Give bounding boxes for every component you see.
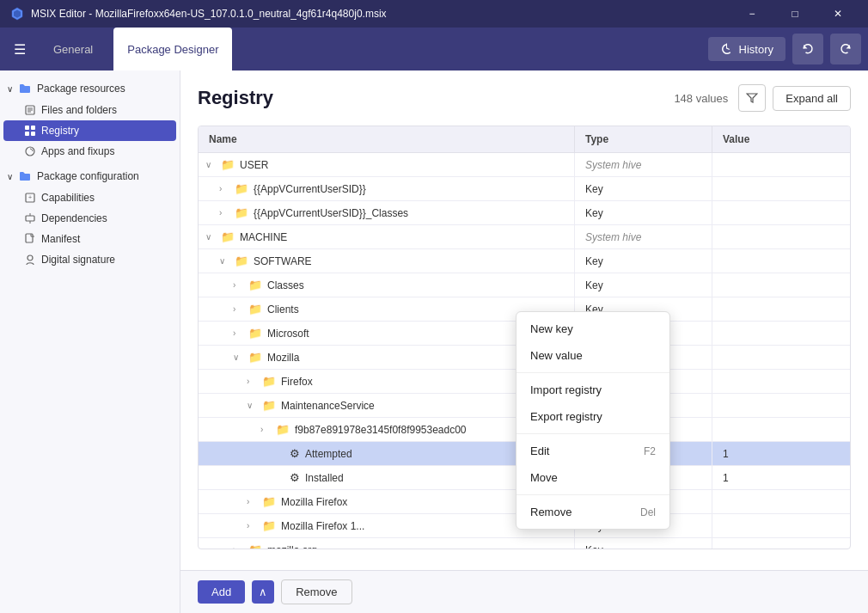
row-chevron: › bbox=[233, 545, 243, 549]
context-menu-divider bbox=[517, 372, 669, 373]
main-layout: ∨ Package resources Files and folders bbox=[0, 70, 868, 613]
table-row[interactable]: › 📁 {{AppVCurrentUserSID}} Key bbox=[199, 177, 850, 201]
tab-package-designer[interactable]: Package Designer bbox=[113, 28, 232, 70]
context-menu-shortcut: Del bbox=[640, 506, 656, 518]
sidebar-section-resources: ∨ Package resources Files and folders bbox=[0, 77, 180, 162]
row-chevron: › bbox=[247, 521, 257, 530]
svg-rect-8 bbox=[25, 132, 29, 136]
svg-rect-9 bbox=[31, 132, 35, 136]
maximize-button[interactable]: □ bbox=[775, 0, 815, 28]
chevron-down-icon-config: ∨ bbox=[7, 172, 13, 181]
context-menu-label: Move bbox=[530, 471, 558, 484]
undo-button[interactable] bbox=[792, 34, 823, 64]
row-folder-icon: 📁 bbox=[235, 254, 248, 267]
sidebar-item-apps-fixups[interactable]: Apps and fixups bbox=[0, 141, 180, 162]
app-icon bbox=[10, 7, 24, 21]
package-icon bbox=[18, 169, 32, 183]
manifest-icon bbox=[24, 233, 36, 245]
context-menu: New keyNew valueImport registryExport re… bbox=[516, 311, 670, 530]
titlebar: MSIX Editor - MozillaFirefoxx64en-US_107… bbox=[0, 0, 868, 28]
digital-signature-label: Digital signature bbox=[41, 254, 115, 266]
hamburger-button[interactable]: ☰ bbox=[7, 38, 33, 61]
sidebar-item-dependencies[interactable]: Dependencies bbox=[0, 208, 180, 229]
context-menu-item-export-registry[interactable]: Export registry bbox=[517, 403, 669, 430]
row-folder-icon: 📁 bbox=[248, 543, 262, 549]
row-name: Mozilla Firefox 1... bbox=[281, 520, 364, 532]
sidebar-item-digital-signature[interactable]: Digital signature bbox=[0, 249, 180, 270]
files-folders-label: Files and folders bbox=[41, 104, 117, 116]
row-value: 1 bbox=[723, 448, 729, 460]
history-button[interactable]: History bbox=[708, 37, 785, 61]
row-chevron: › bbox=[233, 280, 243, 290]
minimize-button[interactable]: − bbox=[732, 0, 772, 28]
row-name: SOFTWARE bbox=[254, 255, 312, 267]
row-folder-icon: ⚙ bbox=[290, 447, 300, 460]
sidebar-group-package-resources[interactable]: ∨ Package resources bbox=[0, 77, 180, 100]
row-chevron: › bbox=[247, 377, 257, 386]
context-menu-item-edit[interactable]: EditF2 bbox=[517, 438, 669, 464]
apps-fixups-label: Apps and fixups bbox=[41, 145, 114, 157]
dependencies-icon bbox=[24, 212, 36, 224]
sidebar-group-package-config[interactable]: ∨ Package configuration bbox=[0, 165, 180, 187]
row-type: Key bbox=[585, 183, 603, 195]
registry-label: Registry bbox=[41, 125, 79, 137]
filter-button[interactable] bbox=[738, 84, 766, 112]
row-folder-icon: 📁 bbox=[276, 423, 290, 436]
apps-icon bbox=[24, 145, 36, 157]
registry-icon bbox=[24, 125, 36, 137]
svg-rect-13 bbox=[26, 216, 34, 221]
add-button[interactable]: Add bbox=[198, 580, 245, 604]
row-folder-icon: 📁 bbox=[221, 230, 235, 243]
context-menu-item-remove[interactable]: RemoveDel bbox=[517, 499, 669, 525]
tab-general[interactable]: General bbox=[40, 28, 107, 70]
values-count: 148 values bbox=[674, 92, 728, 105]
row-folder-icon: 📁 bbox=[235, 182, 248, 195]
row-chevron: ∨ bbox=[205, 232, 216, 242]
row-folder-icon: 📁 bbox=[262, 399, 276, 412]
sidebar-item-registry[interactable]: Registry bbox=[3, 120, 176, 141]
context-menu-label: Export registry bbox=[530, 410, 602, 423]
files-icon bbox=[24, 104, 36, 116]
table-row[interactable]: › 📁 mozilla.org Key bbox=[199, 538, 850, 549]
chevron-down-icon: ∨ bbox=[7, 84, 13, 94]
undo-icon bbox=[801, 42, 815, 56]
context-menu-item-new-value[interactable]: New value bbox=[517, 342, 669, 369]
svg-point-17 bbox=[28, 255, 33, 261]
expand-all-button[interactable]: Expand all bbox=[773, 86, 851, 111]
table-row[interactable]: › 📁 Classes Key bbox=[199, 273, 850, 297]
col-name: Name bbox=[199, 126, 575, 152]
row-type: Key bbox=[585, 207, 603, 219]
context-menu-item-import-registry[interactable]: Import registry bbox=[517, 377, 669, 403]
row-name: USER bbox=[240, 159, 268, 171]
table-row[interactable]: ∨ 📁 SOFTWARE Key bbox=[199, 249, 850, 273]
table-row[interactable]: ∨ 📁 USER System hive bbox=[199, 153, 850, 177]
row-type: Key bbox=[585, 544, 603, 549]
page-title: Registry bbox=[198, 87, 674, 109]
context-menu-label: Edit bbox=[530, 444, 549, 457]
redo-button[interactable] bbox=[830, 34, 861, 64]
bottom-bar: Add ∧ Remove bbox=[180, 570, 868, 613]
sidebar-item-capabilities[interactable]: + Capabilities bbox=[0, 187, 180, 208]
row-value: 1 bbox=[723, 472, 729, 484]
table-row[interactable]: › 📁 {{AppVCurrentUserSID}}_Classes Key bbox=[199, 201, 850, 225]
context-menu-label: New value bbox=[530, 349, 583, 362]
context-menu-item-move[interactable]: Move bbox=[517, 464, 669, 491]
titlebar-title: MSIX Editor - MozillaFirefoxx64en-US_107… bbox=[31, 8, 732, 20]
table-row[interactable]: ∨ 📁 MACHINE System hive bbox=[199, 225, 850, 249]
row-chevron: ∨ bbox=[205, 160, 216, 169]
remove-button[interactable]: Remove bbox=[281, 579, 351, 604]
row-name: Microsoft bbox=[267, 328, 309, 340]
context-menu-item-new-key[interactable]: New key bbox=[517, 316, 669, 342]
close-button[interactable]: ✕ bbox=[818, 0, 858, 28]
svg-rect-7 bbox=[31, 126, 35, 130]
row-name: MACHINE bbox=[240, 231, 287, 243]
package-resources-label: Package resources bbox=[37, 83, 125, 95]
folder-icon bbox=[18, 82, 32, 95]
redo-icon bbox=[839, 42, 853, 56]
row-chevron: › bbox=[233, 304, 243, 314]
sidebar-item-manifest[interactable]: Manifest bbox=[0, 229, 180, 249]
add-dropdown-button[interactable]: ∧ bbox=[252, 580, 274, 604]
capabilities-label: Capabilities bbox=[41, 192, 95, 204]
sidebar-item-files-folders[interactable]: Files and folders bbox=[0, 100, 180, 120]
row-chevron: ∨ bbox=[219, 256, 229, 266]
